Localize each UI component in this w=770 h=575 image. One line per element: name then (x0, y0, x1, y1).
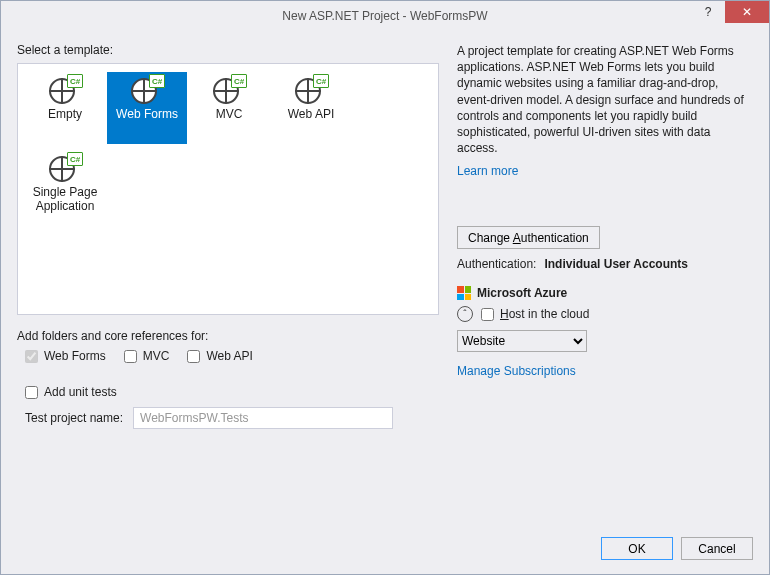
template-web-forms[interactable]: C# Web Forms (107, 72, 187, 144)
template-description: A project template for creating ASP.NET … (457, 43, 753, 156)
titlebar-title: New ASP.NET Project - WebFormsPW (1, 9, 769, 23)
titlebar: New ASP.NET Project - WebFormsPW ? ✕ (1, 1, 769, 31)
checkbox-add-unit-tests[interactable]: Add unit tests (25, 385, 439, 399)
template-label: Single Page Application (25, 186, 105, 214)
learn-more-link[interactable]: Learn more (457, 164, 753, 178)
template-empty[interactable]: C# Empty (25, 72, 105, 144)
globe-cs-icon: C# (295, 76, 327, 104)
authentication-row: Authentication: Individual User Accounts (457, 257, 753, 271)
authentication-value: Individual User Accounts (544, 257, 688, 271)
template-label: Empty (48, 108, 82, 122)
change-authentication-button[interactable]: Change Authentication (457, 226, 600, 249)
checkbox-web-forms[interactable]: Web Forms (25, 349, 106, 363)
footer-buttons: OK Cancel (17, 537, 753, 560)
template-label: Web API (288, 108, 334, 122)
test-project-name-label: Test project name: (25, 411, 123, 425)
checkbox-web-api[interactable]: Web API (187, 349, 252, 363)
test-project-name-input[interactable] (133, 407, 393, 429)
close-button[interactable]: ✕ (725, 1, 769, 23)
globe-cs-icon: C# (49, 154, 81, 182)
template-grid: C# Empty C# Web Forms C# MVC C# Web API (17, 63, 439, 315)
ok-button[interactable]: OK (601, 537, 673, 560)
authentication-label: Authentication: (457, 257, 536, 271)
help-button[interactable]: ? (691, 1, 725, 23)
checkbox-mvc[interactable]: MVC (124, 349, 170, 363)
right-column: A project template for creating ASP.NET … (439, 43, 753, 537)
template-web-api[interactable]: C# Web API (271, 72, 351, 144)
azure-heading: Microsoft Azure (457, 286, 753, 300)
cloud-resource-type-select[interactable]: Website (457, 330, 587, 352)
template-single-page-application[interactable]: C# Single Page Application (25, 150, 105, 222)
globe-cs-icon: C# (213, 76, 245, 104)
content: Select a template: C# Empty C# Web Forms… (1, 31, 769, 574)
globe-cs-icon: C# (49, 76, 81, 104)
globe-cs-icon: C# (131, 76, 163, 104)
dialog-window: New ASP.NET Project - WebFormsPW ? ✕ Sel… (0, 0, 770, 575)
template-label: Web Forms (116, 108, 178, 122)
manage-subscriptions-link[interactable]: Manage Subscriptions (457, 364, 576, 378)
chevron-up-icon[interactable]: ˆ (457, 306, 473, 322)
cancel-button[interactable]: Cancel (681, 537, 753, 560)
checkbox-host-in-cloud[interactable]: Host in the cloud (481, 307, 589, 321)
select-template-label: Select a template: (17, 43, 439, 57)
microsoft-logo-icon (457, 286, 471, 300)
template-mvc[interactable]: C# MVC (189, 72, 269, 144)
left-column: Select a template: C# Empty C# Web Forms… (17, 43, 439, 537)
template-label: MVC (216, 108, 243, 122)
titlebar-controls: ? ✕ (691, 1, 769, 23)
folders-label: Add folders and core references for: (17, 329, 439, 343)
